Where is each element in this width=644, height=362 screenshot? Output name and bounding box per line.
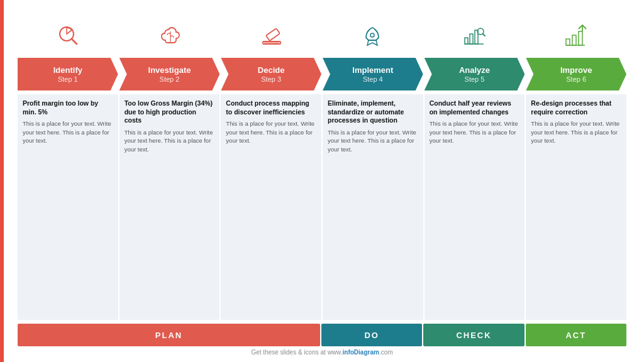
content-bold-4: Eliminate, implement, standardize or aut… <box>328 99 418 125</box>
content-text-3: This is a place for your text. Write you… <box>226 119 316 145</box>
svg-rect-7 <box>465 38 468 44</box>
step-name-5: Analyze <box>459 65 490 75</box>
content-cell-6: Re-design processes that require correct… <box>526 94 626 320</box>
analyze-icon <box>460 23 487 50</box>
step-num-3: Step 3 <box>261 75 281 83</box>
step-name-2: Investigate <box>148 65 191 75</box>
bottom-label-act: ACT <box>526 324 626 346</box>
step-name-6: Improve <box>560 65 592 75</box>
identify-icon <box>55 23 83 50</box>
svg-rect-14 <box>572 35 576 45</box>
icon-cell-implement <box>322 18 423 55</box>
content-text-1: This is a place for your text. Write you… <box>23 119 113 145</box>
svg-line-11 <box>483 34 485 36</box>
step-arrow-1: Identify Step 1 <box>18 58 118 90</box>
content-cell-4: Eliminate, implement, standardize or aut… <box>323 94 423 320</box>
step-arrow-3: Decide Step 3 <box>221 58 321 90</box>
implement-icon <box>358 23 386 50</box>
bottom-row: PLANDOCHECKACT <box>18 324 626 346</box>
content-bold-2: Too low Gross Margin (34%) due to high p… <box>125 99 215 125</box>
header <box>18 11 626 13</box>
content-text-5: This is a place for your text. Write you… <box>430 119 520 145</box>
icon-cell-decide <box>221 18 322 55</box>
content-text-4: This is a place for your text. Write you… <box>328 128 418 153</box>
improve-icon <box>561 23 589 50</box>
content-bold-6: Re-design processes that require correct… <box>531 99 621 116</box>
decide-icon <box>258 23 286 50</box>
svg-rect-8 <box>470 34 473 44</box>
step-num-6: Step 6 <box>566 75 586 83</box>
accent-bar <box>0 0 4 362</box>
content-bold-1: Profit margin too low by min. 5% <box>23 99 113 116</box>
svg-rect-15 <box>579 31 582 45</box>
step-arrow-5: Analyze Step 5 <box>425 58 525 90</box>
bottom-label-do: DO <box>321 324 422 346</box>
svg-line-1 <box>72 39 77 44</box>
icon-cell-improve <box>524 18 625 55</box>
content-cell-1: Profit margin too low by min. 5% This is… <box>18 94 118 320</box>
content-cell-5: Conduct half year reviews on implemented… <box>425 94 525 320</box>
content-text-2: This is a place for your text. Write you… <box>125 128 215 153</box>
content-bold-5: Conduct half year reviews on implemented… <box>430 99 520 116</box>
page: Identify Step 1 Investigate Step 2 Decid… <box>0 0 644 362</box>
investigate-icon <box>157 23 184 50</box>
step-name-1: Identify <box>53 65 82 75</box>
icon-cell-investigate <box>120 18 221 55</box>
step-arrow-2: Investigate Step 2 <box>119 58 220 90</box>
content-text-6: This is a place for your text. Write you… <box>531 119 621 145</box>
bottom-label-check: CHECK <box>423 324 524 346</box>
footer: Get these slides & icons at www.infoDiag… <box>18 349 626 356</box>
svg-rect-4 <box>266 28 280 41</box>
step-num-2: Step 2 <box>160 75 180 83</box>
content-cell-2: Too low Gross Margin (34%) due to high p… <box>119 94 220 320</box>
svg-rect-13 <box>566 39 570 45</box>
step-arrow-6: Improve Step 6 <box>526 58 626 90</box>
step-arrow-4: Implement Step 4 <box>323 58 423 90</box>
content-bold-3: Conduct process mapping to discover inef… <box>226 99 316 116</box>
step-num-5: Step 5 <box>465 75 485 83</box>
icons-row <box>18 18 626 55</box>
step-num-1: Step 1 <box>58 75 78 83</box>
bottom-label-plan: PLAN <box>18 324 320 346</box>
svg-point-6 <box>370 33 374 37</box>
steps-row: Identify Step 1 Investigate Step 2 Decid… <box>18 58 626 90</box>
icon-cell-analyze <box>423 18 525 55</box>
step-num-4: Step 4 <box>363 75 383 83</box>
content-row: Profit margin too low by min. 5% This is… <box>18 94 626 320</box>
icon-cell-identify <box>19 18 120 55</box>
step-name-3: Decide <box>258 65 285 75</box>
step-name-4: Implement <box>352 65 393 75</box>
footer-brand: infoDiagram <box>343 349 379 356</box>
content-cell-3: Conduct process mapping to discover inef… <box>221 94 321 320</box>
